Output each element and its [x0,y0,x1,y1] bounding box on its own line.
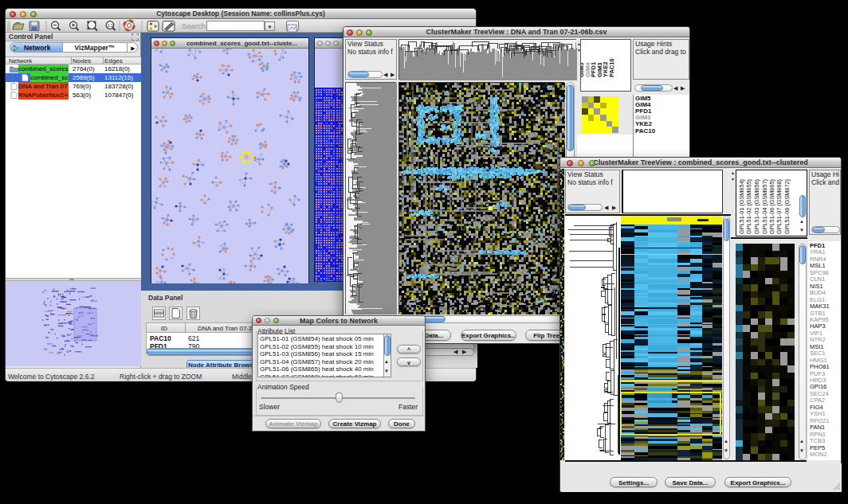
svg-text:GPL51-03 (GSM856): GPL51-03 (GSM856) [753,179,760,234]
svg-text:GPL51-08 (GSM872): GPL51-08 (GSM872) [783,179,791,234]
svg-text:GPL51-07 (GSM868): GPL51-07 (GSM868) [775,179,783,234]
svg-text:1:1: 1:1 [108,23,114,28]
svg-text:Search:: Search: [182,21,208,30]
svg-text:GPL51-02 (GSM855): GPL51-02 (GSM855) [745,179,752,234]
svg-text:GPL51-06 (GSM865): GPL51-06 (GSM865) [768,179,775,234]
svg-text:GPL51-04 (GSM857): GPL51-04 (GSM857) [761,179,768,234]
svg-text:PAC10: PAC10 [608,58,615,77]
svg-text:GPL51-01 (GSM854): GPL51-01 (GSM854) [738,179,745,234]
